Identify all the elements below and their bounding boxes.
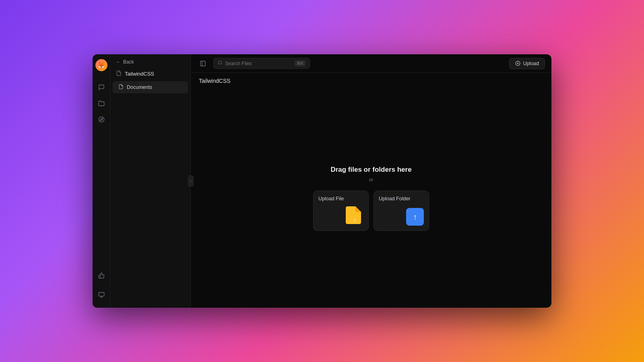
svg-point-7: [219, 61, 222, 64]
upload-file-card[interactable]: Upload File ↑: [313, 191, 369, 231]
upload-file-label: Upload File: [318, 196, 344, 202]
search-input[interactable]: [225, 61, 292, 66]
icon-sidebar: 🦊: [93, 54, 110, 308]
document-icon: [118, 84, 124, 90]
svg-rect-2: [99, 292, 104, 296]
breadcrumb: TailwindCSS: [191, 73, 551, 89]
folder-upload-icon: ↑: [406, 208, 424, 226]
svg-line-8: [221, 64, 222, 64]
search-shortcut: ⌘K: [295, 60, 305, 66]
upload-folder-icon-area: ↑: [379, 208, 424, 226]
topbar-right: Upload: [509, 58, 545, 69]
avatar[interactable]: 🦊: [95, 59, 107, 71]
search-bar[interactable]: ⌘K: [213, 58, 310, 69]
svg-rect-5: [200, 61, 205, 66]
svg-point-0: [99, 117, 104, 122]
monitor-icon-button[interactable]: [95, 288, 108, 301]
documents-label: Documents: [127, 84, 152, 90]
chat-icon-button[interactable]: [95, 81, 108, 94]
sidebar-item-documents[interactable]: Documents: [113, 81, 188, 93]
file-sidebar: ← Back TailwindCSS Documents: [110, 54, 191, 308]
search-icon: [218, 60, 223, 66]
compass-icon-button[interactable]: [95, 113, 108, 126]
upload-folder-label: Upload Folder: [379, 196, 411, 202]
search-shortcut-label: ⌘K: [297, 61, 303, 66]
file-icon-wrapper: ↑: [346, 206, 363, 226]
back-button[interactable]: ← Back: [110, 54, 190, 68]
collapse-handle[interactable]: ‹: [188, 175, 194, 187]
project-header: TailwindCSS: [110, 68, 190, 81]
upload-cards: Upload File ↑ Upload Folder: [313, 191, 429, 231]
upload-label: Upload: [523, 61, 539, 66]
breadcrumb-label: TailwindCSS: [199, 78, 231, 84]
topbar: ⌘K Upload: [191, 54, 551, 73]
icon-sidebar-bottom: [95, 267, 108, 303]
drop-zone-container: Drag files or folders here or Upload Fil…: [191, 89, 551, 308]
drop-zone-or: or: [369, 177, 374, 183]
folder-icon-button[interactable]: [95, 97, 108, 110]
file-upload-arrow-icon: ↑: [353, 218, 356, 223]
project-icon: [116, 70, 122, 77]
svg-marker-1: [100, 118, 103, 121]
back-label: Back: [123, 59, 134, 65]
drop-zone-title: Drag files or folders here: [330, 166, 411, 174]
upload-folder-card[interactable]: Upload Folder ↑: [374, 191, 429, 231]
project-name: TailwindCSS: [125, 71, 154, 77]
feedback-icon-button[interactable]: [95, 269, 108, 282]
sidebar-toggle-button[interactable]: [197, 58, 208, 69]
upload-button[interactable]: Upload: [509, 58, 545, 69]
back-arrow-icon: ←: [116, 59, 121, 65]
upload-file-icon-area: ↑: [318, 206, 363, 226]
